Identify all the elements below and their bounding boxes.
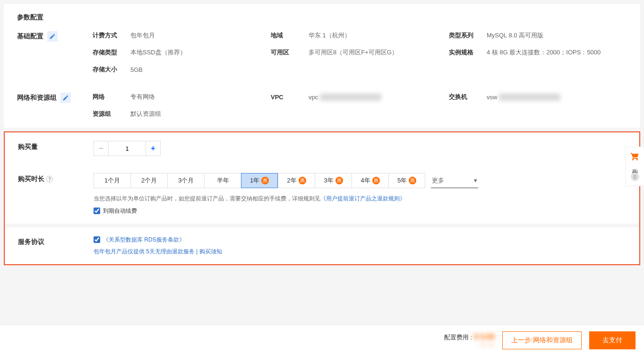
help-icon[interactable]: ? xyxy=(46,176,53,182)
duration-option-4[interactable]: 1年惠 xyxy=(241,173,278,188)
storagetype-val: 本地SSD盘（推荐） xyxy=(130,48,271,57)
cart-icon xyxy=(630,152,640,161)
series-val: MySQL 8.0 高可用版 xyxy=(487,31,627,40)
basic-config-title: 基础配置 xyxy=(17,32,43,41)
spec-key: 实例规格 xyxy=(449,48,487,57)
billing-key: 计费方式 xyxy=(93,31,130,40)
refund-note-link[interactable]: 包年包月产品仅提供 5天无理由退款服务 | xyxy=(94,248,199,255)
cart-count: 0 xyxy=(631,173,639,181)
storagesize-val: 5GB xyxy=(130,66,271,73)
duration-option-0[interactable]: 1个月 xyxy=(94,173,130,188)
vswitch-key: 交换机 xyxy=(449,93,487,101)
terms-link[interactable]: 《关系型数据库 RDS服务条款》 xyxy=(103,236,185,244)
auto-renew-label: 到期自动续费 xyxy=(103,207,137,215)
duration-label: 购买时长 xyxy=(18,175,44,183)
net-key: 网络 xyxy=(93,93,130,101)
auto-renew-checkbox[interactable] xyxy=(94,208,100,214)
discount-badge-icon: 惠 xyxy=(335,177,343,184)
resgroup-key: 资源组 xyxy=(93,110,130,118)
billing-val: 包年包月 xyxy=(130,31,271,40)
agreement-label: 服务协议 xyxy=(18,238,94,246)
duration-note: 当您选择以年为单位订购产品时，如您提前退订产品，需要交纳相应的手续费，详细规则见 xyxy=(94,195,320,202)
zone-val: 多可用区8（可用区F+可用区G） xyxy=(309,48,449,57)
resgroup-val: 默认资源组 xyxy=(130,110,271,118)
duration-option-1[interactable]: 2个月 xyxy=(130,173,167,188)
terms-checkbox[interactable] xyxy=(94,236,100,243)
spec-val: 4 核 8G 最大连接数：2000；IOPS：5000 xyxy=(487,48,627,57)
cart-label: 购物车 xyxy=(631,164,639,170)
discount-badge-icon: 惠 xyxy=(409,177,416,184)
duration-option-5[interactable]: 2年惠 xyxy=(278,173,315,188)
qty-plus-button[interactable]: + xyxy=(146,141,161,156)
discount-badge-icon: 惠 xyxy=(261,177,269,184)
purchase-notice-link[interactable]: 购买须知 xyxy=(199,248,222,255)
network-config-title: 网络和资源组 xyxy=(17,94,57,102)
duration-option-6[interactable]: 3年惠 xyxy=(315,173,352,188)
qty-minus-button[interactable]: − xyxy=(94,141,109,156)
duration-option-7[interactable]: 4年惠 xyxy=(352,173,388,188)
cart-tab[interactable]: 购物车 0 xyxy=(625,147,644,186)
page-title: 参数配置 xyxy=(4,4,640,26)
discount-badge-icon: 惠 xyxy=(372,177,380,184)
refund-rules-link[interactable]: 《用户提前退订产品之退款规则》 xyxy=(320,195,405,202)
zone-key: 可用区 xyxy=(271,48,309,57)
net-val: 专有网络 xyxy=(130,93,271,101)
edit-network-icon[interactable] xyxy=(60,93,71,103)
discount-badge-icon: 惠 xyxy=(299,177,306,184)
duration-more-select[interactable]: 更多 ▾ xyxy=(431,173,478,188)
chevron-down-icon: ▾ xyxy=(474,177,477,184)
qty-label: 购买量 xyxy=(18,143,94,151)
edit-basic-icon[interactable] xyxy=(47,31,58,42)
vpc-val: vpc xxxxxxxxxxxxxxxxxxxx xyxy=(309,94,449,101)
region-key: 地域 xyxy=(271,31,309,40)
vpc-key: VPC xyxy=(271,94,309,101)
vswitch-val: vsw xxxxxxxxxxxxxxxxxxxx xyxy=(487,94,627,101)
region-val: 华东 1（杭州） xyxy=(309,31,449,40)
storagesize-key: 存储大小 xyxy=(93,65,130,74)
series-key: 类型系列 xyxy=(449,31,487,40)
storagetype-key: 存储类型 xyxy=(93,48,130,57)
duration-option-8[interactable]: 5年惠 xyxy=(388,173,425,188)
duration-option-3[interactable]: 半年 xyxy=(204,173,241,188)
duration-option-2[interactable]: 3个月 xyxy=(167,173,204,188)
qty-input[interactable] xyxy=(109,141,146,156)
